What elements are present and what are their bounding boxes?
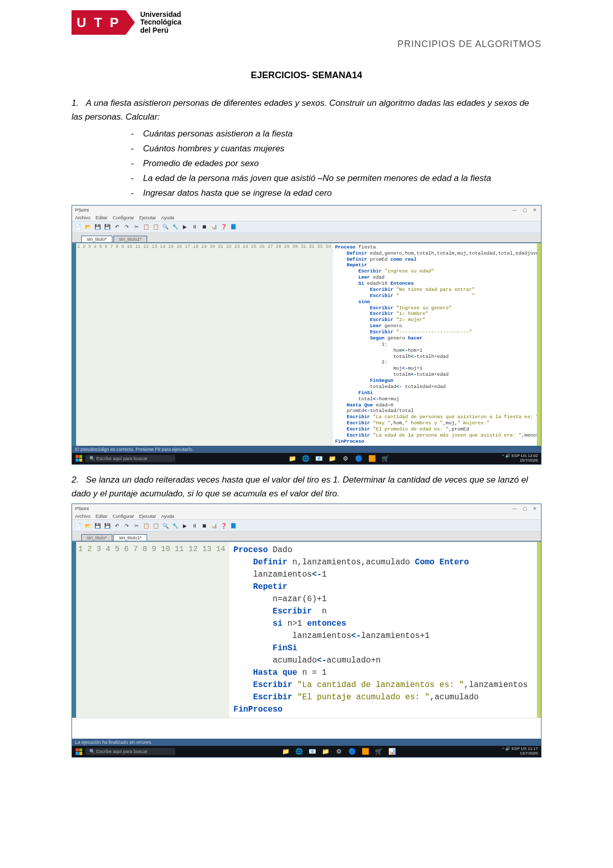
tray-icon-1[interactable]: 🌐 <box>301 454 310 463</box>
status-bar: La ejecución ha finalizado sin errores. <box>72 739 541 746</box>
document-title: EJERCICIOS- SEMANA14 <box>72 70 541 81</box>
toolbar-icon-13[interactable]: ⏹ <box>200 223 208 231</box>
problem-1-bullets: Cuántas personas asistieron a la fiesta … <box>72 127 541 200</box>
tray-icon-8[interactable]: 📊 <box>388 747 396 756</box>
app-title: PSeInt <box>75 506 89 511</box>
toolbar-icon-15[interactable]: ❓ <box>220 223 228 231</box>
toolbar-icon-1[interactable]: 📂 <box>84 521 92 530</box>
toolbar[interactable]: 📄📂💾💾↶↷✂📋📋🔍🔧▶⏸⏹📊❓📘 <box>72 221 541 233</box>
toolbar-icon-12[interactable]: ⏸ <box>191 223 199 231</box>
toolbar-icon-2[interactable]: 💾 <box>93 521 102 530</box>
logo-text: Universidad Tecnológica del Perú <box>140 11 181 34</box>
close-icon[interactable]: ✕ <box>532 208 538 213</box>
start-icon[interactable] <box>75 748 82 755</box>
toolbar-icon-9[interactable]: 🔍 <box>161 521 170 530</box>
toolbar-icon-11[interactable]: ▶ <box>181 223 189 231</box>
menubar[interactable]: ArchivoEditarConfigurarEjecutarAyuda <box>72 513 541 519</box>
tab-file-2[interactable]: sin_titulo1* <box>113 534 147 541</box>
titlebar: PSeInt — ▢ ✕ <box>72 205 541 215</box>
logo-letters: U T P <box>77 15 121 31</box>
tray-icon-1[interactable]: 🌐 <box>295 747 303 756</box>
toolbar-icon-12[interactable]: ⏸ <box>191 521 199 530</box>
status-bar: El pseudocódigo es correcto. Presione F9… <box>72 446 541 453</box>
problem-1: 1.A una fiesta asistieron personas de di… <box>72 96 541 124</box>
tray-icon-0[interactable]: 📁 <box>281 747 290 756</box>
tab-file-2[interactable]: sin_titulo1* <box>113 236 147 242</box>
minimize-icon[interactable]: — <box>511 506 517 511</box>
tray-icon-5[interactable]: 🔵 <box>355 454 363 463</box>
toolbar-icon-10[interactable]: 🔧 <box>171 521 179 530</box>
taskbar-clock: ^ 🔊 ESP US 12:02 15/7/2020 <box>502 454 538 463</box>
tray-icon-3[interactable]: 📁 <box>321 747 329 756</box>
tray-icon-3[interactable]: 📁 <box>328 454 336 463</box>
toolbar-icon-8[interactable]: 📋 <box>152 223 160 231</box>
taskbar-search[interactable]: 🔍 Escribe aquí para buscar <box>85 748 175 755</box>
tab-file-1[interactable]: sin_titulo* <box>81 236 112 242</box>
toolbar[interactable]: 📄📂💾💾↶↷✂📋📋🔍🔧▶⏸⏹📊❓📘 <box>72 519 541 532</box>
tray-icon-2[interactable]: 📧 <box>315 454 323 463</box>
toolbar-icon-16[interactable]: 📘 <box>229 521 238 530</box>
taskbar-clock: ^ 🔊 ESP US 11:17 13/7/2020 <box>502 747 538 756</box>
toolbar-icon-7[interactable]: 📋 <box>142 223 150 231</box>
start-icon[interactable] <box>75 455 82 462</box>
toolbar-icon-14[interactable]: 📊 <box>210 223 218 231</box>
toolbar-icon-13[interactable]: ⏹ <box>200 521 208 530</box>
toolbar-icon-0[interactable]: 📄 <box>74 223 82 231</box>
toolbar-icon-4[interactable]: ↶ <box>113 521 121 530</box>
tray-icon-6[interactable]: 🟧 <box>361 747 369 756</box>
code-editor[interactable]: 1 2 3 4 5 6 7 8 9 10 11 12 13 14 15 16 1… <box>72 243 541 446</box>
toolbar-icon-5[interactable]: ↷ <box>123 521 131 530</box>
toolbar-icon-9[interactable]: 🔍 <box>161 223 170 231</box>
tray-icon-7[interactable]: 🛒 <box>374 747 383 756</box>
problem-2: 2.Se lanza un dado reiteradas veces hast… <box>72 473 541 500</box>
close-icon[interactable]: ✕ <box>532 506 538 511</box>
tray-icon-0[interactable]: 📁 <box>288 454 296 463</box>
minimize-icon[interactable]: — <box>511 208 517 213</box>
editor-tabs[interactable]: sin_titulo* sin_titulo1* <box>72 532 541 541</box>
tray-icon-5[interactable]: 🔵 <box>348 747 356 756</box>
toolbar-icon-16[interactable]: 📘 <box>229 223 238 231</box>
maximize-icon[interactable]: ▢ <box>522 506 528 511</box>
tray-icon-4[interactable]: ⚙ <box>341 454 349 463</box>
toolbar-icon-10[interactable]: 🔧 <box>171 223 179 231</box>
titlebar: PSeInt — ▢ ✕ <box>72 504 541 513</box>
toolbar-icon-14[interactable]: 📊 <box>210 521 218 530</box>
tray-icon-4[interactable]: ⚙ <box>335 747 343 756</box>
taskbar[interactable]: 🔍 Escribe aquí para buscar 📁🌐📧📁⚙🔵🟧🛒 ^ 🔊 … <box>72 453 541 464</box>
toolbar-icon-2[interactable]: 💾 <box>93 223 102 231</box>
pseint-window-1: PSeInt — ▢ ✕ ArchivoEditarConfigurarEjec… <box>72 205 541 465</box>
app-title: PSeInt <box>75 208 89 213</box>
toolbar-icon-11[interactable]: ▶ <box>181 521 189 530</box>
toolbar-icon-1[interactable]: 📂 <box>84 223 92 231</box>
toolbar-icon-7[interactable]: 📋 <box>142 521 150 530</box>
editor-tabs[interactable]: sin_titulo* sin_titulo1* <box>72 233 541 243</box>
taskbar-search[interactable]: 🔍 Escribe aquí para buscar <box>85 455 175 462</box>
toolbar-icon-6[interactable]: ✂ <box>132 521 140 530</box>
toolbar-icon-8[interactable]: 📋 <box>152 521 160 530</box>
toolbar-icon-15[interactable]: ❓ <box>220 521 228 530</box>
toolbar-icon-3[interactable]: 💾 <box>103 521 111 530</box>
course-title: PRINCIPIOS DE ALGORITMOS <box>72 39 541 50</box>
code-editor[interactable]: 1 2 3 4 5 6 7 8 9 10 11 12 13 14 Proceso… <box>72 541 541 718</box>
toolbar-icon-0[interactable]: 📄 <box>74 521 82 530</box>
toolbar-icon-6[interactable]: ✂ <box>132 223 140 231</box>
taskbar[interactable]: 🔍 Escribe aquí para buscar 📁🌐📧📁⚙🔵🟧🛒📊 ^ 🔊… <box>72 746 541 757</box>
maximize-icon[interactable]: ▢ <box>522 208 528 213</box>
tray-icon-2[interactable]: 📧 <box>308 747 316 756</box>
tray-icon-7[interactable]: 🛒 <box>381 454 389 463</box>
toolbar-icon-5[interactable]: ↷ <box>123 223 131 231</box>
utp-logo: U T P Universidad Tecnológica del Perú <box>72 10 181 35</box>
tab-file-1[interactable]: sin_titulo* <box>81 534 112 541</box>
toolbar-icon-3[interactable]: 💾 <box>103 223 111 231</box>
tray-icon-6[interactable]: 🟧 <box>368 454 376 463</box>
menubar[interactable]: ArchivoEditarConfigurarEjecutarAyuda <box>72 215 541 221</box>
pseint-window-2: PSeInt — ▢ ✕ ArchivoEditarConfigurarEjec… <box>72 504 541 758</box>
page-header: U T P Universidad Tecnológica del Perú <box>72 10 541 35</box>
toolbar-icon-4[interactable]: ↶ <box>113 223 121 231</box>
